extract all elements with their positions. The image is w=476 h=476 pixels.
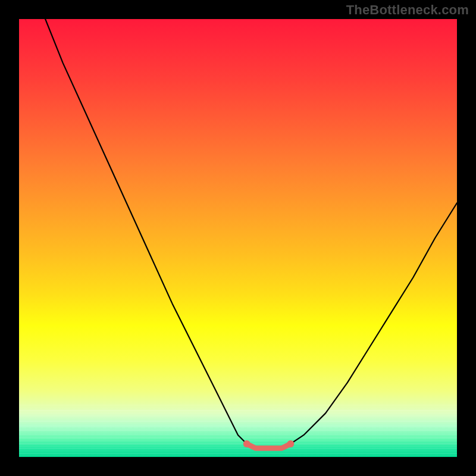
plot-area [19, 19, 457, 457]
curve-layer [19, 19, 457, 457]
bottleneck-curve [45, 19, 457, 448]
marker-dot [243, 440, 250, 447]
optimal-region-marker [247, 444, 291, 448]
chart-frame: TheBottleneck.com [0, 0, 476, 476]
watermark-text: TheBottleneck.com [346, 2, 469, 18]
marker-dot [287, 440, 294, 447]
